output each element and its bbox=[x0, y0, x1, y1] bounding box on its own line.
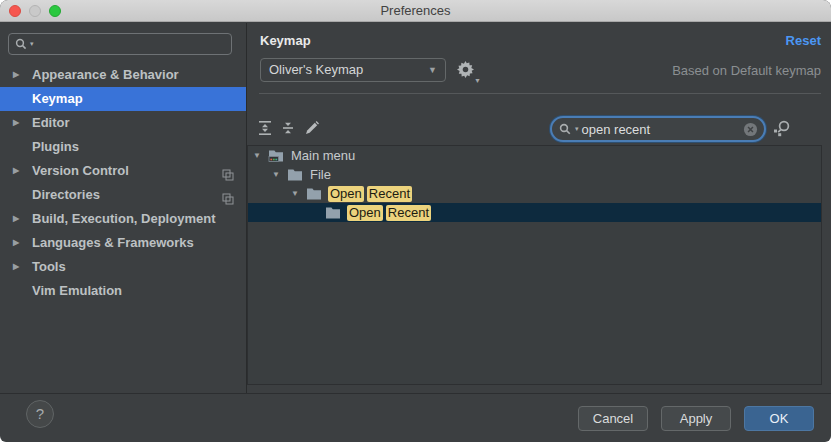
tree-row-label: OpenRecent bbox=[328, 184, 415, 203]
folder-icon bbox=[325, 205, 341, 225]
tree-row-file[interactable]: ▼ File bbox=[248, 165, 821, 184]
question-mark-icon: ? bbox=[36, 405, 44, 422]
reset-link[interactable]: Reset bbox=[786, 33, 821, 48]
sidebar-item-languages-frameworks[interactable]: ▶ Languages & Frameworks bbox=[0, 231, 246, 255]
gear-icon bbox=[457, 61, 474, 78]
preferences-window: Preferences ▾ ▶ Appearance & Behavior Ke… bbox=[0, 0, 831, 442]
search-icon bbox=[559, 123, 572, 136]
sidebar-item-label: Build, Execution, Deployment bbox=[32, 211, 215, 226]
keymap-options-button[interactable]: ▼ bbox=[457, 61, 479, 81]
collapse-all-button[interactable] bbox=[280, 120, 298, 138]
sidebar-item-version-control[interactable]: ▶ Version Control bbox=[0, 159, 246, 183]
expand-all-button[interactable] bbox=[257, 120, 275, 138]
sidebar-item-vim-emulation[interactable]: Vim Emulation bbox=[0, 279, 246, 303]
keymap-select[interactable]: Oliver's Keymap ▼ bbox=[260, 58, 446, 82]
search-match: Recent bbox=[386, 205, 431, 221]
sidebar-item-directories[interactable]: Directories bbox=[0, 183, 246, 207]
sidebar-item-label: Version Control bbox=[32, 163, 129, 178]
keymap-actions-tree: ▼ Main menu ▼ File ▼ bbox=[247, 145, 822, 385]
expand-arrow-icon[interactable]: ▶ bbox=[13, 63, 19, 87]
clear-search-icon[interactable] bbox=[743, 122, 758, 137]
collapse-all-icon bbox=[280, 120, 296, 136]
expand-arrow-icon[interactable]: ▶ bbox=[13, 159, 19, 183]
expand-arrow-icon[interactable]: ▶ bbox=[13, 231, 19, 255]
ok-button[interactable]: OK bbox=[744, 406, 814, 431]
expand-arrow-icon[interactable]: ▶ bbox=[13, 255, 19, 279]
expand-arrow-icon[interactable]: ▶ bbox=[13, 207, 19, 231]
find-by-shortcut-button[interactable] bbox=[772, 120, 791, 140]
sidebar-item-label: Languages & Frameworks bbox=[32, 235, 194, 250]
search-match: Recent bbox=[367, 186, 412, 202]
expand-arrow-icon[interactable]: ▶ bbox=[13, 111, 19, 135]
tree-row-label: File bbox=[310, 165, 331, 184]
settings-sidebar: ▾ ▶ Appearance & Behavior Keymap ▶ Edito… bbox=[0, 23, 247, 393]
find-by-shortcut-icon bbox=[772, 120, 791, 137]
search-icon bbox=[15, 38, 28, 51]
sidebar-item-label: Directories bbox=[32, 187, 100, 202]
sidebar-item-label: Keymap bbox=[32, 91, 83, 106]
chevron-down-icon: ▼ bbox=[428, 59, 437, 81]
tree-row-open-recent[interactable]: ▼ OpenRecent bbox=[248, 184, 821, 203]
sidebar-item-label: Tools bbox=[32, 259, 66, 274]
search-options-caret-icon[interactable]: ▾ bbox=[30, 40, 34, 48]
search-value: open recent bbox=[582, 122, 740, 137]
collapse-arrow-icon[interactable]: ▼ bbox=[291, 184, 299, 203]
sidebar-item-plugins[interactable]: Plugins bbox=[0, 135, 246, 159]
header-separator bbox=[259, 93, 821, 94]
settings-search-input[interactable]: ▾ bbox=[8, 33, 232, 55]
sidebar-item-appearance-behavior[interactable]: ▶ Appearance & Behavior bbox=[0, 63, 246, 87]
window-title: Preferences bbox=[0, 3, 831, 18]
tree-row-main-menu[interactable]: ▼ Main menu bbox=[248, 146, 821, 165]
sidebar-item-tools[interactable]: ▶ Tools bbox=[0, 255, 246, 279]
sidebar-item-editor[interactable]: ▶ Editor bbox=[0, 111, 246, 135]
collapse-arrow-icon[interactable]: ▼ bbox=[253, 146, 261, 165]
tree-row-label: OpenRecent bbox=[347, 203, 434, 222]
sidebar-item-label: Plugins bbox=[32, 139, 79, 154]
search-match: Open bbox=[347, 205, 383, 221]
page-title: Keymap bbox=[260, 33, 311, 48]
sidebar-item-label: Appearance & Behavior bbox=[32, 67, 179, 82]
keymap-search-input[interactable]: ▾ open recent bbox=[550, 116, 766, 142]
sidebar-item-keymap[interactable]: Keymap bbox=[0, 87, 246, 111]
apply-button[interactable]: Apply bbox=[661, 406, 731, 431]
help-button[interactable]: ? bbox=[26, 400, 54, 428]
tree-row-label: Main menu bbox=[291, 146, 355, 165]
sidebar-item-label: Vim Emulation bbox=[32, 283, 122, 298]
edit-shortcut-button[interactable] bbox=[304, 120, 322, 138]
titlebar: Preferences bbox=[0, 0, 831, 22]
pencil-icon bbox=[304, 120, 320, 136]
tree-row-open-recent-selected[interactable]: OpenRecent bbox=[248, 203, 821, 222]
chevron-down-icon: ▼ bbox=[474, 77, 481, 84]
sidebar-item-build-execution-deployment[interactable]: ▶ Build, Execution, Deployment bbox=[0, 207, 246, 231]
cancel-button[interactable]: Cancel bbox=[578, 406, 648, 431]
collapse-arrow-icon[interactable]: ▼ bbox=[272, 165, 280, 184]
settings-category-list: ▶ Appearance & Behavior Keymap ▶ Editor … bbox=[0, 63, 246, 303]
search-options-caret-icon[interactable]: ▾ bbox=[575, 125, 579, 133]
footer-separator bbox=[0, 393, 831, 394]
sidebar-item-label: Editor bbox=[32, 115, 70, 130]
keymap-select-value: Oliver's Keymap bbox=[269, 62, 363, 77]
search-match: Open bbox=[328, 186, 364, 202]
expand-all-icon bbox=[257, 120, 273, 136]
based-on-label: Based on Default keymap bbox=[672, 63, 821, 78]
